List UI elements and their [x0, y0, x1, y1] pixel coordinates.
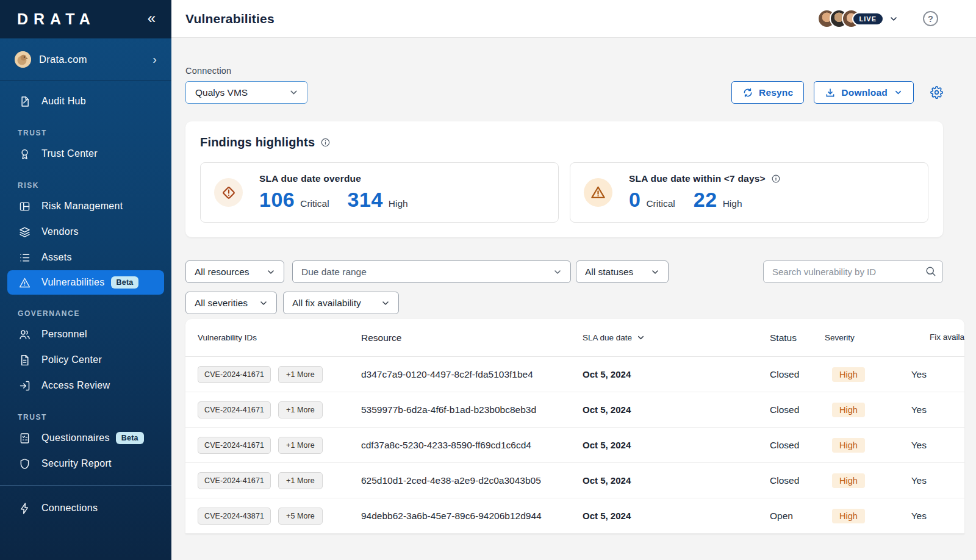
more-cves-chip[interactable]: +1 More	[278, 437, 323, 454]
resource-id: 625d10d1-2ced-4e38-a2e9-d2c0a3043b05	[361, 475, 583, 486]
live-users-menu[interactable]: LIVE	[817, 9, 899, 28]
sidebar-item-vulnerabilities[interactable]: Vulnerabilities Beta	[7, 270, 164, 295]
status-value: Closed	[770, 475, 825, 486]
resource-id: 5359977b-6d2a-4f6f-b1ad-b23b0bc8eb3d	[361, 404, 583, 415]
bird-avatar-icon	[15, 51, 31, 68]
fix-available-value: Yes	[903, 511, 964, 522]
chevron-down-icon	[889, 14, 899, 24]
audit-hub-icon	[18, 95, 31, 108]
table-header: Vulnerability IDs Resource SLA due date …	[185, 319, 964, 357]
search-icon	[925, 265, 936, 279]
chevron-down-icon	[553, 267, 562, 277]
sla-due-date: Oct 5, 2024	[583, 369, 631, 379]
topbar: Vulnerabilities LIVE ?	[171, 0, 976, 38]
sidebar-item-label: Connections	[41, 503, 98, 514]
status-value: Closed	[770, 369, 825, 380]
cve-chip[interactable]: CVE-2024-41671	[198, 437, 271, 454]
info-icon[interactable]	[320, 137, 331, 148]
fix-available-value: Yes	[903, 369, 964, 380]
cve-chip[interactable]: CVE-2024-41671	[198, 472, 271, 489]
sidebar-item-trust-center[interactable]: Trust Center	[0, 141, 171, 167]
live-badge: LIVE	[852, 12, 884, 26]
sla-due-date: Oct 5, 2024	[583, 511, 631, 521]
vulnerabilities-table: Vulnerability IDs Resource SLA due date …	[185, 319, 964, 534]
sidebar-item-label: Assets	[41, 252, 72, 263]
sidebar-item-label: Vulnerabilities	[41, 277, 105, 288]
sidebar-item-label: Audit Hub	[41, 96, 86, 107]
sidebar-item-drata-com[interactable]: Drata.com ›	[0, 38, 171, 81]
critical-label: Critical	[300, 198, 329, 209]
collapse-sidebar-icon[interactable]: «	[148, 11, 156, 28]
sidebar: DRATA « Drata.com › Audit Hub	[0, 0, 171, 560]
stat-card-title: SLA due date overdue	[259, 173, 361, 184]
sidebar-item-label: Access Review	[41, 380, 110, 391]
sidebar-item-label: Questionnaires	[41, 433, 110, 443]
more-cves-chip[interactable]: +1 More	[278, 401, 323, 418]
severity-badge: High	[832, 403, 865, 417]
connection-select[interactable]: Qualys VMS	[185, 81, 307, 104]
section-label-trust-2: TRUST	[0, 413, 171, 425]
severities-filter[interactable]: All severities	[185, 292, 277, 314]
sidebar-item-personnel[interactable]: Personnel	[0, 321, 171, 347]
beta-badge: Beta	[116, 432, 144, 444]
severities-filter-value: All severities	[195, 298, 248, 309]
severity-badge: High	[832, 367, 865, 382]
sidebar-item-label: Trust Center	[41, 148, 98, 159]
sidebar-item-label: Vendors	[41, 226, 79, 237]
help-icon[interactable]: ?	[923, 11, 938, 26]
sidebar-item-access-review[interactable]: Access Review	[0, 373, 171, 398]
sidebar-item-questionnaires[interactable]: Questionnaires Beta	[0, 425, 171, 451]
sort-descending-icon[interactable]	[636, 333, 645, 342]
sla-due-date: Oct 5, 2024	[583, 440, 631, 450]
resources-filter[interactable]: All resources	[185, 260, 284, 283]
cve-chip[interactable]: CVE-2024-41671	[198, 401, 271, 418]
sla-due-date: Oct 5, 2024	[583, 404, 631, 415]
chevron-down-icon	[289, 87, 299, 98]
sidebar-item-vendors[interactable]: Vendors	[0, 219, 171, 245]
main: Vulnerabilities LIVE ? Connection Qu	[171, 0, 976, 560]
settings-gear-icon[interactable]	[930, 86, 943, 99]
chevron-down-icon	[266, 267, 276, 277]
more-cves-chip[interactable]: +1 More	[278, 472, 323, 489]
workspace-avatar	[15, 51, 31, 68]
info-icon[interactable]	[771, 174, 781, 184]
chevron-down-icon	[381, 298, 390, 308]
statuses-filter[interactable]: All statuses	[576, 260, 669, 283]
sidebar-item-policy-center[interactable]: Policy Center	[0, 347, 171, 373]
fix-availability-filter[interactable]: All fix availability	[283, 292, 399, 314]
sidebar-nav: Audit Hub TRUST Trust Center RISK Risk M…	[0, 81, 171, 560]
sidebar-item-assets[interactable]: Assets	[0, 245, 171, 270]
column-header-sla-due-date[interactable]: SLA due date	[583, 333, 632, 342]
download-label: Download	[841, 87, 888, 98]
search-input[interactable]	[763, 260, 943, 283]
table-row: CVE-2024-41671 +1 More 625d10d1-2ced-4e3…	[185, 463, 964, 498]
cve-chip[interactable]: CVE-2024-43871	[198, 508, 271, 525]
sidebar-item-label: Risk Management	[41, 201, 123, 212]
more-cves-chip[interactable]: +1 More	[278, 366, 323, 383]
cve-chip[interactable]: CVE-2024-41671	[198, 366, 271, 383]
sidebar-item-risk-management[interactable]: Risk Management	[0, 193, 171, 219]
resync-button[interactable]: Resync	[731, 81, 804, 104]
due-date-range-filter[interactable]: Due date range	[292, 260, 571, 283]
download-icon	[825, 87, 836, 98]
alert-triangle-icon	[18, 276, 31, 289]
sidebar-item-audit-hub[interactable]: Audit Hub	[0, 88, 171, 114]
fix-available-value: Yes	[903, 404, 964, 415]
findings-title: Findings highlights	[200, 135, 315, 149]
more-cves-chip[interactable]: +5 More	[278, 508, 323, 525]
workspace-label: Drata.com	[39, 54, 152, 65]
resync-label: Resync	[759, 87, 793, 98]
fix-available-value: Yes	[903, 475, 964, 486]
page-title: Vulnerabilities	[185, 12, 274, 26]
severity-badge: High	[832, 509, 865, 523]
status-value: Closed	[770, 440, 825, 451]
sla-overdue-card: SLA due date overdue 106 Critical 314 Hi…	[200, 162, 559, 223]
column-header-fix-availability: Fix availability	[928, 331, 964, 344]
layers-icon	[18, 226, 31, 239]
award-icon	[18, 148, 31, 160]
sidebar-item-security-report[interactable]: Security Report	[0, 451, 171, 476]
download-button[interactable]: Download	[814, 81, 914, 104]
statuses-filter-value: All statuses	[585, 267, 633, 278]
sidebar-item-connections[interactable]: Connections	[0, 495, 171, 521]
table-row: CVE-2024-41671 +1 More 5359977b-6d2a-4f6…	[185, 392, 964, 428]
